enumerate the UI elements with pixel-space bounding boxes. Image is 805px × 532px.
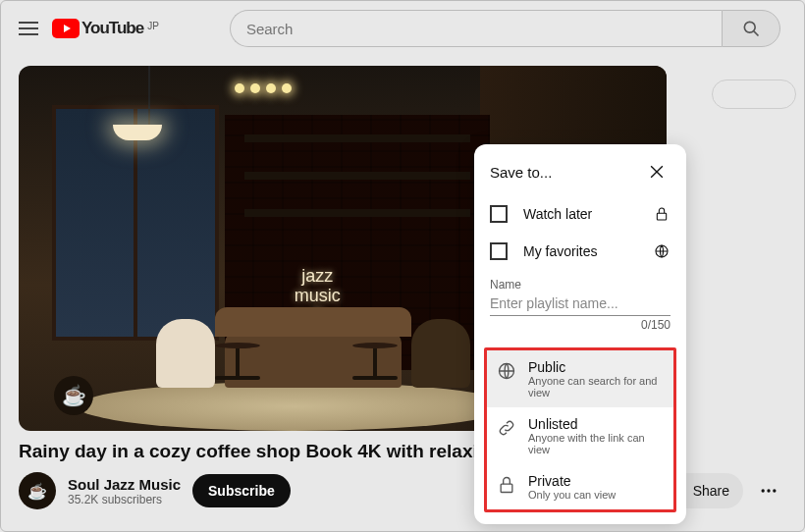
svg-point-4 [773, 489, 776, 492]
search-form [230, 10, 780, 47]
close-button[interactable] [643, 158, 671, 186]
search-button[interactable] [722, 10, 780, 47]
sidebar-chip[interactable] [712, 80, 796, 109]
more-actions-button[interactable] [751, 473, 786, 508]
dialog-title: Save to... [490, 164, 552, 181]
lock-icon [497, 475, 516, 495]
privacy-option-private[interactable]: PrivateOnly you can view [487, 464, 673, 509]
playlist-name: Watch later [523, 206, 637, 222]
channel-name[interactable]: Soul Jazz Music [68, 476, 181, 493]
link-icon [497, 418, 516, 438]
privacy-option-unlisted[interactable]: UnlistedAnyone with the link can view [487, 407, 673, 464]
youtube-logo[interactable]: YouTube JP [52, 19, 159, 38]
search-icon [741, 19, 761, 38]
youtube-play-icon [52, 19, 80, 38]
svg-line-1 [754, 31, 759, 36]
close-icon [647, 162, 667, 182]
guide-menu-button[interactable] [17, 17, 40, 40]
masthead: YouTube JP [1, 1, 804, 56]
subscriber-count: 35.2K subscribers [68, 493, 181, 506]
playlist-checkbox[interactable] [490, 242, 508, 260]
channel-avatar[interactable]: ☕ [19, 472, 56, 509]
logo-text: YouTube [81, 19, 143, 38]
search-input[interactable] [230, 10, 722, 47]
name-field-label: Name [490, 278, 671, 292]
privacy-dropdown-menu: PublicAnyone can search for and view Unl… [484, 347, 676, 512]
channel-watermark[interactable]: ☕ [54, 376, 93, 415]
more-horizontal-icon [759, 481, 778, 501]
svg-rect-7 [657, 213, 666, 220]
playlist-name-input[interactable] [490, 292, 671, 316]
save-to-dialog: Save to... Watch later My favorites Name… [474, 144, 686, 524]
subscribe-button[interactable]: Subscribe [192, 474, 291, 507]
new-playlist-name-section: Name 0/150 [474, 270, 686, 340]
playlist-checkbox[interactable] [490, 205, 508, 223]
globe-icon [497, 361, 516, 381]
globe-icon [653, 243, 671, 259]
svg-rect-10 [501, 484, 512, 492]
channel-info: Soul Jazz Music 35.2K subscribers [68, 476, 181, 506]
svg-point-2 [762, 489, 765, 492]
region-code: JP [147, 21, 159, 31]
svg-point-0 [744, 22, 755, 32]
playlist-item[interactable]: My favorites [474, 233, 686, 270]
char-counter: 0/150 [490, 316, 671, 340]
lock-icon [653, 206, 671, 222]
playlist-item[interactable]: Watch later [474, 195, 686, 233]
playlist-name: My favorites [523, 243, 637, 259]
svg-point-3 [767, 489, 770, 492]
privacy-option-public[interactable]: PublicAnyone can search for and view [487, 350, 673, 407]
